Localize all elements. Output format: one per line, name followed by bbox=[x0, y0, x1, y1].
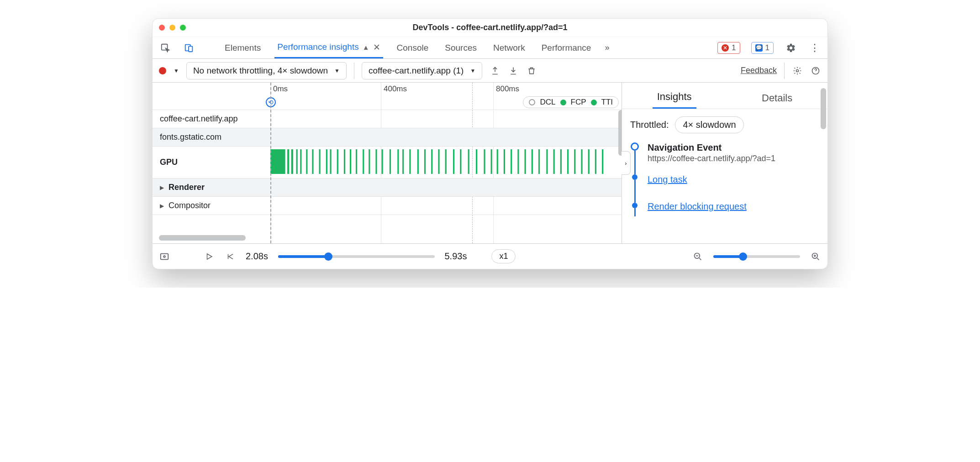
panel-settings-icon[interactable] bbox=[792, 65, 803, 76]
zoom-slider[interactable] bbox=[713, 255, 800, 258]
seek-slider[interactable] bbox=[278, 255, 435, 258]
error-count-badge[interactable]: ✕ 1 bbox=[717, 42, 740, 54]
throttle-summary: Throttled: 4× slowdown bbox=[622, 109, 827, 141]
svg-rect-25 bbox=[402, 149, 404, 174]
panel-resize-handle[interactable]: › bbox=[622, 151, 631, 175]
tab-performance-insights[interactable]: Performance insights ▲ ✕ bbox=[274, 37, 383, 58]
tab-insights[interactable]: Insights bbox=[653, 91, 696, 109]
recording-select-label: coffee-cart.netlify.app (1) bbox=[369, 66, 464, 76]
playhead-cursor[interactable] bbox=[270, 83, 271, 243]
tti-marker-icon bbox=[591, 100, 597, 105]
time-ruler[interactable]: 0ms 400ms 800ms ⟲ DCL FCP TTI bbox=[153, 83, 622, 110]
window-title: DevTools - coffee-cart.netlify.app/?ad=1 bbox=[153, 23, 827, 32]
track-label: coffee-cart.netlify.app bbox=[160, 114, 237, 124]
svg-rect-20 bbox=[369, 149, 370, 174]
marker-label: FCP bbox=[571, 98, 586, 107]
svg-rect-19 bbox=[363, 149, 364, 174]
horizontal-scrollbar[interactable] bbox=[159, 235, 246, 241]
track-label: Renderer bbox=[169, 183, 205, 192]
record-button[interactable] bbox=[159, 67, 166, 74]
zoom-thumb[interactable] bbox=[739, 252, 747, 261]
vertical-scrollbar[interactable] bbox=[821, 88, 826, 129]
svg-rect-40 bbox=[511, 149, 512, 174]
timeline-markers-legend[interactable]: DCL FCP TTI bbox=[523, 96, 619, 108]
preview-toggle-icon[interactable] bbox=[159, 251, 170, 262]
more-tabs-icon[interactable]: » bbox=[605, 43, 609, 52]
inspect-element-icon[interactable] bbox=[159, 42, 172, 54]
track-label: GPU bbox=[160, 158, 178, 167]
main-split: 0ms 400ms 800ms ⟲ DCL FCP TTI coffee-car… bbox=[153, 83, 827, 243]
insights-toolbar: ▼ No network throttling, 4× slowdown ▼ c… bbox=[153, 59, 827, 83]
svg-rect-51 bbox=[588, 149, 590, 174]
recording-select[interactable]: coffee-cart.netlify.app (1) ▼ bbox=[362, 62, 482, 79]
track-label: fonts.gstatic.com bbox=[160, 132, 221, 142]
rewind-icon[interactable] bbox=[225, 251, 236, 262]
svg-rect-9 bbox=[300, 149, 301, 174]
record-menu-caret[interactable]: ▼ bbox=[174, 68, 179, 74]
event-title: Navigation Event bbox=[648, 142, 819, 153]
navigation-event[interactable]: Navigation Event https://coffee-cart.net… bbox=[648, 142, 819, 163]
throttling-select[interactable]: No network throttling, 4× slowdown ▼ bbox=[186, 62, 347, 79]
svg-rect-30 bbox=[438, 149, 439, 174]
svg-rect-15 bbox=[337, 149, 338, 174]
svg-rect-53 bbox=[602, 149, 603, 174]
tab-details[interactable]: Details bbox=[757, 92, 797, 109]
settings-icon[interactable] bbox=[785, 42, 797, 54]
experiment-icon: ▲ bbox=[363, 43, 369, 51]
track-compositor[interactable]: ▶Compositor bbox=[153, 197, 622, 215]
svg-rect-32 bbox=[453, 149, 454, 174]
insights-tabs: Insights Details bbox=[622, 83, 827, 109]
svg-rect-34 bbox=[468, 149, 469, 174]
play-icon[interactable] bbox=[204, 251, 215, 262]
tick-label: 800ms bbox=[496, 84, 519, 94]
expand-triangle-icon[interactable]: ▶ bbox=[160, 203, 164, 209]
close-tab-icon[interactable]: ✕ bbox=[373, 42, 380, 52]
delete-icon[interactable] bbox=[526, 65, 537, 76]
issue-count-badge[interactable]: 💬 1 bbox=[751, 42, 774, 54]
kebab-menu-icon[interactable]: ⋮ bbox=[808, 42, 821, 54]
svg-rect-6 bbox=[287, 149, 289, 174]
svg-rect-26 bbox=[409, 149, 411, 174]
svg-rect-43 bbox=[532, 149, 533, 174]
tab-performance[interactable]: Performance bbox=[539, 37, 594, 58]
svg-rect-17 bbox=[350, 149, 351, 174]
help-icon[interactable] bbox=[810, 65, 821, 76]
export-icon[interactable] bbox=[490, 65, 501, 76]
expand-triangle-icon[interactable]: ▶ bbox=[160, 184, 164, 191]
tick-label: 0ms bbox=[273, 84, 288, 94]
seek-thumb[interactable] bbox=[324, 252, 332, 261]
tab-label: Performance insights bbox=[277, 42, 358, 52]
svg-rect-12 bbox=[319, 149, 321, 174]
track-renderer[interactable]: ▶Renderer bbox=[153, 178, 622, 197]
feedback-link[interactable]: Feedback bbox=[741, 66, 777, 75]
zoom-in-icon[interactable] bbox=[810, 251, 821, 262]
playback-speed-button[interactable]: x1 bbox=[491, 249, 516, 263]
timeline-panel[interactable]: 0ms 400ms 800ms ⟲ DCL FCP TTI coffee-car… bbox=[153, 83, 622, 243]
tab-network[interactable]: Network bbox=[490, 37, 528, 58]
track-row[interactable]: fonts.gstatic.com bbox=[153, 128, 622, 147]
insight-link-render-blocking[interactable]: Render blocking request bbox=[648, 201, 747, 211]
titlebar: DevTools - coffee-cart.netlify.app/?ad=1 bbox=[153, 19, 827, 37]
svg-rect-48 bbox=[567, 149, 569, 174]
device-toggle-icon[interactable] bbox=[183, 42, 195, 54]
issue-count: 1 bbox=[765, 43, 769, 52]
throttling-select-label: No network throttling, 4× slowdown bbox=[193, 66, 328, 76]
import-icon[interactable] bbox=[508, 65, 519, 76]
svg-rect-28 bbox=[424, 149, 426, 174]
tab-elements[interactable]: Elements bbox=[222, 37, 263, 58]
insight-link-long-task[interactable]: Long task bbox=[648, 174, 687, 184]
svg-rect-29 bbox=[431, 149, 432, 174]
zoom-out-icon[interactable] bbox=[692, 251, 703, 262]
track-row[interactable]: coffee-cart.netlify.app bbox=[153, 110, 622, 128]
svg-rect-44 bbox=[538, 149, 540, 174]
vertical-scrollbar[interactable] bbox=[618, 110, 622, 156]
tick-label: 400ms bbox=[384, 84, 407, 94]
svg-rect-52 bbox=[595, 149, 596, 174]
track-gpu[interactable]: GPU bbox=[153, 147, 622, 178]
svg-rect-31 bbox=[445, 149, 447, 174]
tab-console[interactable]: Console bbox=[394, 37, 432, 58]
svg-point-3 bbox=[796, 69, 799, 72]
tab-sources[interactable]: Sources bbox=[442, 37, 479, 58]
throttle-chip[interactable]: 4× slowdown bbox=[675, 116, 743, 133]
svg-rect-27 bbox=[417, 149, 419, 174]
